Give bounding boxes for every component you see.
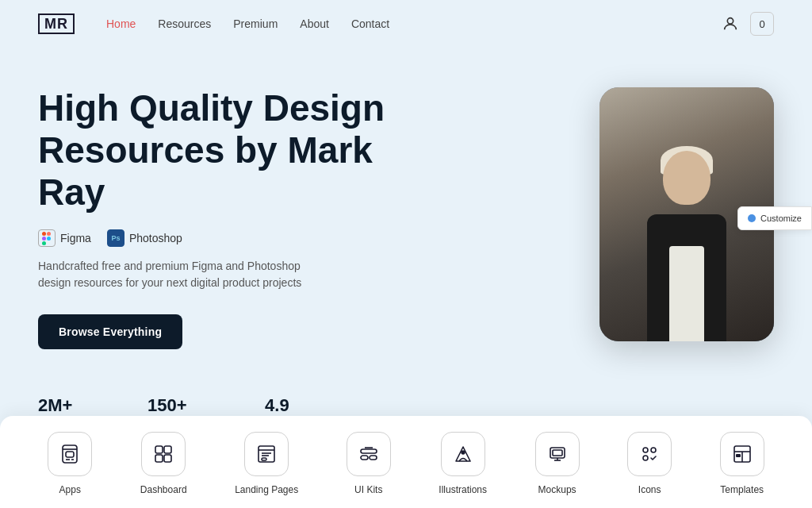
mockups-icon [547, 444, 568, 464]
templates-label: Templates [720, 484, 764, 495]
person-head [663, 151, 710, 205]
dashboard-label: Dashboard [140, 484, 187, 495]
cat-dashboard[interactable]: Dashboard [140, 432, 187, 495]
cat-icons[interactable]: Icons [627, 432, 672, 495]
illustrations-label: Illustrations [439, 484, 487, 495]
hero-title: High Quality Design Resources by Mark Ra… [38, 87, 419, 214]
templates-icon [732, 444, 753, 464]
apps-label: Apps [59, 484, 81, 495]
icons-label: Icons [638, 484, 661, 495]
stat-resources-value: 150+ [147, 395, 225, 416]
svg-point-0 [727, 18, 733, 24]
customize-label: Customize [760, 214, 802, 223]
nav-resources[interactable]: Resources [158, 17, 211, 30]
nav-right: 0 [722, 12, 774, 36]
svg-rect-1 [42, 232, 46, 236]
stat-rating-value: 4.9 [265, 395, 315, 416]
dashboard-icon [153, 444, 174, 464]
svg-rect-19 [262, 458, 266, 460]
svg-rect-21 [361, 456, 368, 460]
svg-rect-2 [42, 237, 46, 241]
cat-illustrations[interactable]: Illustrations [439, 432, 487, 495]
svg-point-30 [651, 448, 656, 452]
icons-icon [639, 444, 660, 464]
photoshop-label: Photoshop [129, 232, 182, 244]
svg-rect-8 [66, 452, 74, 457]
mockups-icon-box [535, 432, 580, 476]
mockups-label: Mockups [538, 484, 576, 495]
nav-premium[interactable]: Premium [233, 17, 278, 30]
svg-point-29 [643, 448, 648, 452]
cart-button[interactable]: 0 [750, 12, 774, 36]
person-inner-shirt [669, 246, 704, 341]
svg-rect-35 [736, 454, 741, 457]
figma-tool: Figma [38, 229, 91, 247]
svg-rect-12 [164, 446, 171, 453]
uikits-icon [358, 444, 379, 464]
hero-section: High Quality Design Resources by Mark Ra… [0, 48, 812, 373]
nav-about[interactable]: About [300, 17, 329, 30]
browse-button[interactable]: Browse Everything [38, 314, 182, 349]
illustrations-icon-box [441, 432, 485, 476]
svg-rect-4 [47, 232, 51, 236]
uikits-label: UI Kits [354, 484, 382, 495]
cat-uikits[interactable]: UI Kits [347, 432, 391, 495]
person-figure [623, 135, 750, 341]
svg-point-24 [462, 451, 465, 454]
templates-icon-box [720, 432, 764, 476]
logo[interactable]: MR [38, 13, 75, 34]
nav-links: Home Resources Premium About Contact [106, 17, 722, 31]
cat-landing[interactable]: Landing Pages [235, 432, 298, 495]
figma-label: Figma [60, 232, 91, 244]
cat-mockups[interactable]: Mockups [535, 432, 580, 495]
customize-dot [748, 214, 756, 222]
landing-icon-box [244, 432, 289, 476]
hero-description: Handcrafted free and premium Figma and P… [38, 258, 308, 292]
svg-point-31 [643, 456, 648, 460]
hero-content: High Quality Design Resources by Mark Ra… [38, 79, 552, 349]
nav-contact[interactable]: Contact [351, 17, 389, 30]
photoshop-tool: Ps Photoshop [107, 229, 182, 247]
landing-icon [256, 444, 277, 464]
uikits-icon-box [347, 432, 391, 476]
cat-apps[interactable]: Apps [48, 432, 92, 495]
photoshop-icon: Ps [107, 229, 124, 247]
landing-label: Landing Pages [235, 484, 298, 495]
svg-rect-13 [155, 455, 163, 462]
stat-downloads-value: 2M+ [38, 395, 108, 416]
svg-rect-14 [164, 455, 171, 462]
dashboard-icon-box [141, 432, 186, 476]
customize-button[interactable]: Customize [737, 206, 812, 230]
svg-point-5 [47, 237, 51, 241]
icons-icon-box [627, 432, 672, 476]
hero-tools: Figma Ps Photoshop [38, 229, 552, 247]
svg-rect-28 [553, 450, 562, 456]
nav-home[interactable]: Home [106, 17, 136, 30]
svg-rect-3 [42, 241, 46, 245]
person-shirt [647, 214, 726, 341]
figma-icon [38, 229, 56, 247]
categories-section: Apps Dashboard Landing Pages [0, 416, 812, 508]
svg-rect-11 [155, 446, 163, 453]
user-icon[interactable] [722, 15, 739, 33]
navbar: MR Home Resources Premium About Contact … [0, 0, 812, 48]
svg-rect-20 [361, 449, 377, 453]
illustrations-icon [453, 444, 473, 464]
apps-icon [59, 444, 80, 464]
svg-rect-22 [370, 456, 377, 460]
cat-templates[interactable]: Templates [720, 432, 764, 495]
apps-icon-box [48, 432, 92, 476]
